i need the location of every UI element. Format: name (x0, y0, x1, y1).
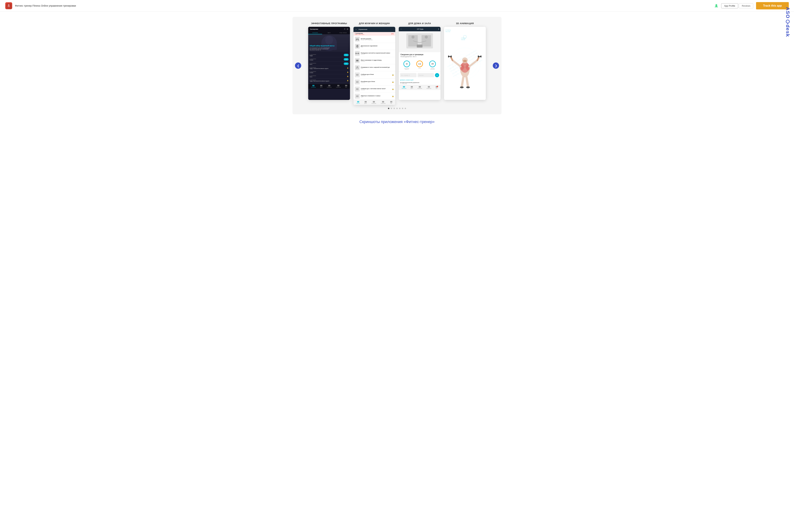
svg-rect-58 (448, 56, 449, 57)
weight-rec-text: Рекомендуемый вес: 30кг (401, 56, 415, 57)
exercise-row-7: Разгибание рук в блоке 3х12х1кг 🔒 (353, 78, 395, 86)
svg-point-9 (356, 40, 356, 40)
phone-screen-workout-list: Тренировки ⏱ ☰ Тренировки Диета Спорт. п… (308, 27, 350, 100)
bottom-nav-messages: Сообщение (327, 85, 332, 88)
sets-label: Подходов выполнено (429, 68, 436, 70)
stat-rest: 0:26 Отдых (416, 60, 423, 70)
exercise-name-9: Обратные отжимания от скамьи (361, 95, 391, 96)
more-nav-icon (345, 85, 347, 86)
exercise-row-8: Сгибание рук с гантелями хватом 'молот' … (353, 86, 395, 93)
tab-reviews[interactable]: Reviews (739, 3, 753, 8)
exercises-header-title: Упражнения (358, 28, 367, 30)
dot-6[interactable] (402, 108, 403, 109)
tab-app-profile[interactable]: App Profile (721, 3, 738, 8)
exercise-info-4: Жим в тренажере от груди вперед 4х12х0кг (361, 59, 394, 62)
crunch-icon (355, 44, 359, 48)
main-content: ❮ ❯ ЭФФЕКТИВНЫЕ ПРОГРАММЫ Тренировки ⏱ ☰ (285, 12, 509, 129)
ref-nav2-label: Справочник (381, 103, 386, 104)
app-title-text: Фитнес тренер Fitness Online упражнения … (15, 4, 712, 7)
exercise-row-5: Отжимания от пола с широкой постановкой … (353, 64, 395, 71)
msg-nav2-icon (373, 101, 375, 102)
bottom-nav-diet: Диета (320, 85, 322, 88)
diet-nav2-icon (365, 101, 367, 102)
phone-header-icons: ⏱ ☰ (344, 28, 348, 30)
phone-bottom-nav-3: Тренировки Диета Сообщение (399, 85, 441, 90)
svg-rect-31 (356, 88, 358, 90)
workout-name-5: Спина (310, 72, 316, 73)
hero-text-overlay: Общий набор мышечной массы 24 тренировки… (310, 45, 349, 51)
dot-2[interactable] (391, 108, 392, 109)
more-nav3-label: Ещё (436, 88, 438, 89)
bottom-nav2-ref: Справочник (381, 101, 386, 104)
ref-nav2-icon (382, 101, 384, 102)
detail-header: ← 1/6 Грудь ℹ (399, 27, 441, 31)
screenshot-label-4: 3D АНИМАЦИЯ (456, 22, 474, 25)
svg-line-60 (469, 60, 477, 66)
svg-rect-8 (356, 39, 359, 40)
carousel-arrow-right[interactable]: ❯ (493, 62, 499, 69)
weight-rec: Рекомендуемый вес: 30кг ℹ (401, 56, 439, 57)
dot-4[interactable] (396, 108, 398, 109)
carousel-dots (303, 108, 491, 109)
comment-link[interactable]: Добавить комментарий (399, 79, 441, 81)
svg-rect-40 (417, 44, 423, 48)
dot-5[interactable] (399, 108, 401, 109)
sets-circle: 2/3 (429, 60, 436, 67)
exercise-info-5: Отжимания от пола с широкой постановкой … (361, 66, 394, 69)
svg-rect-15 (356, 53, 359, 54)
lock-icon-ex7: 🔒 (392, 81, 394, 83)
workout-name-2: Спина (310, 59, 316, 60)
carousel-arrow-left[interactable]: ❮ (295, 62, 301, 69)
bottom-nav-ref: Справочник (336, 85, 341, 88)
exercise-name-8: Сгибание рук с гантелями хватом 'молот' (361, 88, 391, 89)
tab-sport: Спорт. питание (336, 32, 350, 34)
workout-item-1: 1 тренировка Грудь 74% (310, 53, 349, 57)
exercise-sets-1: 30 мин, 130 - 140уд./мин (361, 39, 394, 40)
exercise-info-6: Сгибание рук в блоке 3х12х16кг (361, 74, 391, 76)
notification-badge (437, 86, 438, 87)
workout-item-2: 2 тренировка Спина 76% (310, 57, 349, 62)
workouts-nav-label: Тренировки (311, 87, 316, 88)
exercise-section-header: 1 тренировка грудь+спина+пресс 10% (353, 32, 395, 36)
track-app-button[interactable]: Track this app (756, 2, 789, 10)
svg-point-67 (460, 86, 463, 88)
exercise-name-6: Сгибание рук в блоке (361, 74, 391, 75)
svg-point-41 (411, 36, 414, 38)
hero-bg: Общий набор мышечной массы 24 тренировки… (308, 35, 350, 52)
brand-line1: FITNESS (445, 30, 451, 31)
weight-field[interactable]: Вес снаряда, кг (400, 73, 417, 77)
dot-1[interactable] (388, 108, 389, 109)
exercise-thumb-1 (355, 37, 360, 42)
screenshot-item-2: ДЛЯ МУЖЧИН И ЖЕНЩИН ← Упражнения 1 трени… (353, 22, 395, 105)
lock-icon-6: 🔒 (347, 76, 349, 77)
svg-text:ONLINE: ONLINE (461, 39, 465, 40)
exercise-name-5: Отжимания от пола с широкой постановкой … (361, 66, 394, 68)
dot-7[interactable] (405, 108, 406, 109)
reps-placeholder: Повторы (419, 75, 423, 76)
workout-name-1: Грудь (310, 55, 316, 56)
diet-nav3-icon (411, 86, 413, 88)
svg-point-12 (356, 45, 358, 48)
phone-header-1: Тренировки ⏱ ☰ (308, 27, 350, 32)
app-icon (5, 2, 12, 9)
section-sub: грудь+спина+пресс (355, 34, 364, 35)
add-set-button[interactable]: + (435, 73, 439, 77)
screenshot-item-3: ДЛЯ ДОМА И ЗАЛА ← 1/6 Грудь ℹ (399, 22, 441, 105)
info-icon-small: ℹ (416, 56, 416, 57)
exercise-info-7: Разгибание рук в блоке 3х12х1кг (361, 81, 391, 83)
exercise-name-4: Жим в тренажере от груди вперед (361, 59, 394, 61)
exercise-info-9: Обратные отжимания от скамьи 3х12 (361, 95, 391, 97)
svg-rect-64 (480, 56, 481, 57)
bottom-nav2-diet: Диета (365, 101, 367, 104)
workouts-nav2-icon (357, 101, 359, 102)
reps-field[interactable]: Повторы (418, 73, 434, 77)
svg-line-66 (466, 77, 468, 87)
section-title: 1 тренировка (355, 33, 364, 34)
bottom-nav3-diet: Диета (411, 86, 413, 89)
history-section: История выполнений упражнения пт. 21.06.… (399, 81, 441, 85)
weight-placeholder: Вес снаряда, кг (401, 75, 410, 76)
diet-nav-icon (320, 85, 322, 86)
workout-item-5: 5 тренировка Спина 🔒 (310, 70, 349, 74)
dot-3[interactable] (393, 108, 395, 109)
workout-item-7: 7 тренировка Грудь. Высокоинтенсивная не… (310, 78, 349, 83)
